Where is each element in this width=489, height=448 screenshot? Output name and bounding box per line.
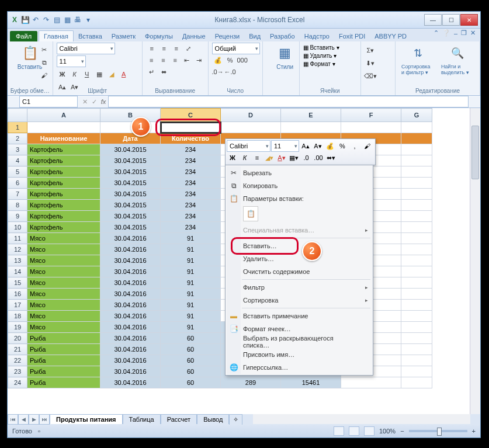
align-top-button[interactable]: ≡ — [146, 43, 158, 54]
grow-font-icon[interactable]: A▴ — [300, 140, 311, 152]
horizontal-scrollbar[interactable] — [253, 414, 470, 424]
cell[interactable]: Дата — [100, 133, 161, 144]
cell[interactable]: 30.04.2016 — [100, 244, 161, 255]
tab-file[interactable]: Файл — [10, 31, 37, 41]
cell[interactable]: 30.04.2015 — [100, 222, 161, 233]
cell[interactable]: 91 — [161, 300, 221, 311]
minimize-button[interactable]: — — [424, 14, 442, 26]
dec-dec-icon[interactable]: .00 — [313, 152, 324, 164]
cell[interactable]: 60 — [161, 333, 221, 344]
comma-icon[interactable]: , — [349, 140, 360, 152]
maximize-button[interactable]: ☐ — [442, 14, 460, 26]
cell[interactable]: Мясо — [27, 311, 100, 322]
percent-button[interactable]: % — [224, 54, 236, 66]
inc-dec-icon[interactable]: .0 — [300, 152, 312, 164]
cell[interactable]: 234 — [161, 166, 221, 178]
column-header[interactable] — [8, 109, 27, 122]
column-header[interactable]: G — [401, 109, 432, 122]
cell[interactable]: Мясо — [27, 300, 100, 311]
row-header[interactable]: 1 — [8, 122, 27, 133]
cell[interactable] — [401, 266, 432, 277]
format-painter-icon[interactable]: 🖌 — [361, 140, 373, 152]
cell[interactable]: 30.04.2015 — [100, 155, 161, 166]
column-header[interactable]: B — [100, 109, 161, 122]
cell[interactable] — [401, 244, 432, 255]
cell[interactable] — [401, 344, 432, 355]
cell[interactable]: Мясо — [27, 233, 100, 244]
cell[interactable]: 30.04.2016 — [100, 266, 161, 277]
align-icon[interactable]: ≡ — [251, 152, 263, 164]
name-box[interactable]: C1 — [19, 96, 78, 107]
cell[interactable]: 30.04.2016 — [100, 289, 161, 300]
row-header[interactable]: 13 — [8, 255, 27, 266]
fill-color-icon[interactable]: ◢▾ — [263, 152, 275, 164]
column-header[interactable]: F — [341, 109, 401, 122]
row-header[interactable]: 15 — [8, 277, 27, 289]
ctx-sort[interactable]: Сортировка — [226, 294, 373, 307]
cell[interactable]: 30.04.2016 — [100, 311, 161, 322]
page-layout-button[interactable] — [349, 426, 359, 436]
cell[interactable]: 234 — [161, 144, 221, 155]
cell[interactable]: 234 — [161, 155, 221, 166]
tab-home[interactable]: Главная — [39, 30, 74, 41]
tab-nav-prev[interactable]: ◀ — [18, 414, 29, 425]
cell[interactable] — [401, 289, 432, 300]
tab-addins[interactable]: Надстро — [300, 31, 334, 41]
row-header[interactable]: 21 — [8, 344, 27, 355]
cell[interactable]: 91 — [161, 255, 221, 266]
cell[interactable]: Мясо — [27, 244, 100, 255]
tab-nav-first[interactable]: ⏮ — [8, 414, 18, 425]
cell[interactable]: 30.04.2016 — [100, 344, 161, 355]
currency-icon[interactable]: 💰 — [324, 140, 336, 152]
find-select-button[interactable]: 🔍Найти и выделить ▾ — [439, 43, 476, 77]
cell[interactable] — [401, 222, 432, 233]
cell[interactable]: 30.04.2016 — [100, 355, 161, 366]
tab-nav-last[interactable]: ⏭ — [39, 414, 50, 425]
tab-formulas[interactable]: Формулы — [140, 31, 178, 41]
cell[interactable]: Рыба — [27, 366, 100, 377]
row-header[interactable]: 12 — [8, 244, 27, 255]
cell[interactable] — [100, 122, 161, 133]
cell[interactable]: 91 — [161, 277, 221, 289]
autosum-button[interactable]: Σ▾ — [365, 44, 376, 56]
column-header[interactable]: E — [281, 109, 341, 122]
cancel-icon[interactable]: ✕ — [80, 98, 89, 106]
cell[interactable]: 30.04.2015 — [100, 211, 161, 222]
row-header[interactable]: 20 — [8, 333, 27, 344]
mini-font-combo[interactable]: Calibri — [227, 140, 270, 152]
cell[interactable]: Мясо — [27, 289, 100, 300]
tab-dev[interactable]: Разрабо — [265, 31, 300, 41]
cell[interactable] — [401, 355, 432, 366]
styles-button[interactable]: ▦Стили — [266, 43, 304, 71]
align-right-button[interactable]: ≡ — [169, 54, 181, 66]
cell[interactable]: 91 — [161, 311, 221, 322]
cell[interactable] — [401, 178, 432, 189]
qat-icon[interactable]: ▦ — [63, 15, 72, 25]
cell[interactable] — [401, 311, 432, 322]
clear-button[interactable]: ⌫▾ — [365, 70, 376, 82]
undo-icon[interactable]: ↶ — [31, 15, 40, 25]
cell[interactable] — [401, 189, 432, 200]
cell[interactable]: 30.04.2016 — [100, 322, 161, 333]
redo-icon[interactable]: ↷ — [41, 15, 51, 25]
cell[interactable]: 30.04.2016 — [100, 366, 161, 377]
cut-icon[interactable]: ✂ — [39, 44, 50, 55]
row-header[interactable]: 8 — [8, 200, 27, 211]
ctx-filter[interactable]: Фильтр — [226, 281, 373, 294]
qat-icon[interactable]: 🖶 — [73, 15, 82, 25]
new-sheet-button[interactable]: ✧ — [229, 414, 242, 425]
cell[interactable]: 91 — [161, 233, 221, 244]
cell[interactable] — [401, 333, 432, 344]
window-min-icon[interactable]: – — [454, 30, 457, 37]
indent-dec-button[interactable]: ⇤ — [181, 54, 192, 66]
bold-button[interactable]: Ж — [57, 68, 68, 80]
cell[interactable]: Картофель — [27, 155, 100, 166]
cell[interactable]: 60 — [161, 344, 221, 355]
cell[interactable]: Картофель — [27, 200, 100, 211]
row-header[interactable]: 17 — [8, 300, 27, 311]
row-header[interactable]: 2 — [8, 133, 27, 144]
insert-cells-button[interactable]: ▦ Вставить ▾ — [303, 44, 357, 51]
cell[interactable]: 30.04.2016 — [100, 333, 161, 344]
fx-button[interactable]: fx — [99, 98, 108, 105]
cell[interactable]: 91 — [161, 244, 221, 255]
